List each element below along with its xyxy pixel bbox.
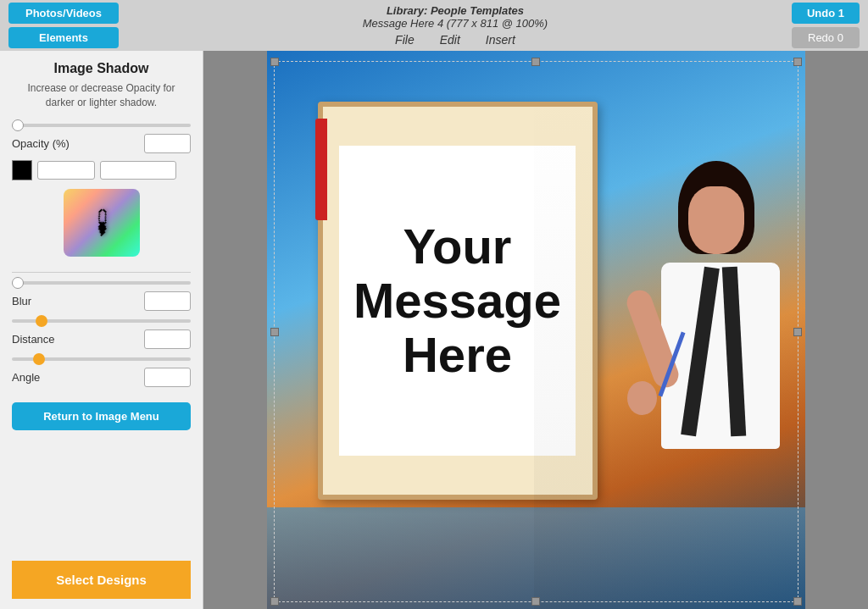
blur-row: Blur 0 xyxy=(12,291,191,311)
library-subtitle: Message Here 4 (777 x 811 @ 100%) xyxy=(125,17,785,30)
panel-subtitle: Increase or decrease Opacity for darker … xyxy=(12,81,191,110)
blur-input[interactable]: 0 xyxy=(144,291,191,311)
handle-middle-left[interactable] xyxy=(270,328,279,336)
color-swatch[interactable] xyxy=(12,160,32,180)
color-hex-input[interactable]: 000000 xyxy=(37,161,95,180)
library-title: Library: People Templates xyxy=(125,4,785,17)
main-area: Image Shadow Increase or decrease Opacit… xyxy=(0,51,868,609)
photos-videos-button[interactable]: Photos/Videos xyxy=(8,3,119,24)
person-body xyxy=(568,144,805,609)
select-designs-button[interactable]: Select Designs xyxy=(12,561,191,599)
angle-label: Angle xyxy=(12,371,137,384)
opacity-row: Opacity (%) 0 xyxy=(12,134,191,153)
distance-input[interactable]: 14 xyxy=(144,329,191,349)
opacity-label: Opacity (%) xyxy=(12,137,137,150)
menu-file[interactable]: File xyxy=(395,33,415,47)
distance-label: Distance xyxy=(12,333,137,346)
return-to-image-menu-button[interactable]: Return to Image Menu xyxy=(12,402,191,430)
menu-bar: File Edit Insert xyxy=(125,33,785,47)
sign-text: Your Message Here xyxy=(353,219,561,381)
sign-line1: Your xyxy=(403,219,512,274)
handle-top-middle[interactable] xyxy=(531,58,540,66)
elements-button[interactable]: Elements xyxy=(8,27,119,48)
panel-title: Image Shadow xyxy=(12,61,191,76)
distance-slider[interactable] xyxy=(12,319,191,323)
color-picker[interactable]: 🖌 xyxy=(64,189,140,257)
left-panel: Image Shadow Increase or decrease Opacit… xyxy=(0,51,203,609)
scene-container: Your Message Here xyxy=(267,51,805,609)
spacer xyxy=(12,430,191,554)
handle-top-right[interactable] xyxy=(793,58,802,66)
color-rgb-input[interactable]: rgb(0,0,0) xyxy=(100,161,176,180)
angle-input[interactable]: 45 xyxy=(144,368,191,387)
library-info: Library: People Templates Message Here 4… xyxy=(125,4,785,47)
red-strip xyxy=(315,119,327,220)
distance-row: Distance 14 xyxy=(12,329,191,349)
menu-edit[interactable]: Edit xyxy=(440,33,460,47)
angle-row: Angle 45 xyxy=(12,368,191,387)
redo-button[interactable]: Redo 0 xyxy=(792,27,860,48)
undo-button[interactable]: Undo 1 xyxy=(792,3,860,24)
canvas-area[interactable]: Your Message Here xyxy=(203,51,868,609)
sign-line2: Message xyxy=(353,273,561,328)
person-shirt xyxy=(661,263,780,449)
handle-top-left[interactable] xyxy=(270,58,279,66)
sign-line3: Here xyxy=(403,327,512,382)
divider-1 xyxy=(12,272,191,273)
toolbar-btn-group: Photos/Videos Elements xyxy=(8,3,119,48)
angle-slider[interactable] xyxy=(12,357,191,361)
opacity-slider[interactable] xyxy=(12,124,191,127)
blur-label: Blur xyxy=(12,295,137,307)
opacity-input[interactable]: 0 xyxy=(144,134,191,153)
person-area xyxy=(534,85,805,609)
person-hand xyxy=(627,381,657,415)
undo-redo-group: Undo 1 Redo 0 xyxy=(792,3,860,48)
toolbar: Photos/Videos Elements Library: People T… xyxy=(0,0,868,51)
color-row: 000000 rgb(0,0,0) xyxy=(12,160,191,180)
blur-slider[interactable] xyxy=(12,281,191,285)
eyedropper-icon: 🖌 xyxy=(83,204,120,241)
person-face xyxy=(688,186,744,254)
menu-insert[interactable]: Insert xyxy=(486,33,515,47)
